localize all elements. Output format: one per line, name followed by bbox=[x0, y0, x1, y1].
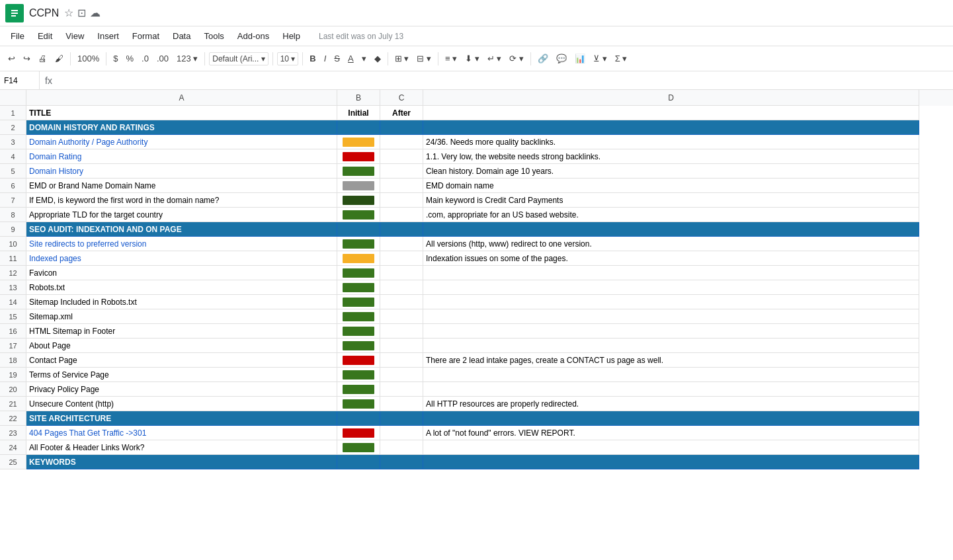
fill-color-btn[interactable]: ◆ bbox=[372, 52, 384, 65]
cell-a[interactable]: Domain Authority / Page Authority bbox=[26, 135, 337, 149]
cell-c[interactable] bbox=[380, 339, 423, 353]
menu-data[interactable]: Data bbox=[167, 30, 196, 42]
decimal-right-btn[interactable]: .00 bbox=[154, 52, 171, 65]
cell-b[interactable] bbox=[337, 440, 380, 455]
chart-btn[interactable]: 📊 bbox=[572, 52, 588, 65]
cell-c[interactable] bbox=[380, 397, 423, 411]
cell-a[interactable]: SITE ARCHITECTURE bbox=[26, 411, 337, 426]
decimal-left-btn[interactable]: .0 bbox=[139, 52, 151, 65]
cell-a[interactable]: Privacy Policy Page bbox=[26, 382, 337, 397]
cell-c[interactable] bbox=[380, 135, 423, 149]
cell-a[interactable]: KEYWORDS bbox=[26, 455, 337, 469]
cell-c[interactable] bbox=[380, 440, 423, 455]
text-color-btn[interactable]: ▾ bbox=[359, 52, 369, 65]
cell-c[interactable] bbox=[380, 411, 423, 426]
zoom-select[interactable]: 100% bbox=[75, 52, 102, 65]
cell-a[interactable]: Robots.txt bbox=[26, 280, 337, 295]
valign-btn[interactable]: ⬇ ▾ bbox=[462, 52, 482, 65]
cell-b[interactable] bbox=[337, 295, 380, 309]
col-header-b[interactable]: B bbox=[337, 90, 380, 106]
cell-c[interactable] bbox=[380, 455, 423, 469]
header-title[interactable]: TITLE bbox=[26, 106, 337, 120]
paint-btn[interactable]: 🖌 bbox=[52, 52, 66, 65]
cell-c[interactable] bbox=[380, 222, 423, 237]
cell-d[interactable]: .com, appropriate for an US based websit… bbox=[423, 208, 919, 222]
cell-d[interactable] bbox=[423, 440, 919, 455]
cell-d[interactable] bbox=[423, 222, 919, 237]
cell-a[interactable]: Indexed pages bbox=[26, 251, 337, 266]
cell-d[interactable] bbox=[423, 339, 919, 353]
cell-c[interactable] bbox=[380, 251, 423, 266]
filter-btn[interactable]: ⊻ ▾ bbox=[591, 52, 610, 65]
cell-reference[interactable]: F14 bbox=[0, 71, 40, 89]
menu-file[interactable]: File bbox=[5, 30, 30, 42]
cell-d[interactable] bbox=[423, 368, 919, 382]
cell-d[interactable]: EMD domain name bbox=[423, 179, 919, 193]
cell-b[interactable] bbox=[337, 222, 380, 237]
cell-b[interactable] bbox=[337, 339, 380, 353]
col-header-a[interactable]: A bbox=[26, 90, 337, 106]
cell-b[interactable] bbox=[337, 164, 380, 179]
cell-a[interactable]: 404 Pages That Get Traffic ->301 bbox=[26, 426, 337, 440]
undo-btn[interactable]: ↩ bbox=[5, 52, 18, 65]
cell-b[interactable] bbox=[337, 382, 380, 397]
cell-d[interactable]: A lot of "not found" errors. VIEW REPORT… bbox=[423, 426, 919, 440]
cell-d[interactable] bbox=[423, 266, 919, 280]
header-initial[interactable]: Initial bbox=[337, 106, 380, 120]
cell-b[interactable] bbox=[337, 353, 380, 368]
cell-b[interactable] bbox=[337, 280, 380, 295]
cell-b[interactable] bbox=[337, 368, 380, 382]
cell-b[interactable] bbox=[337, 149, 380, 164]
cell-a[interactable]: Sitemap Included in Robots.txt bbox=[26, 295, 337, 309]
cell-a[interactable]: Appropriate TLD for the target country bbox=[26, 208, 337, 222]
cell-a[interactable]: HTML Sitemap in Footer bbox=[26, 324, 337, 339]
cell-b[interactable] bbox=[337, 135, 380, 149]
cell-d[interactable]: 24/36. Needs more quality backlinks. bbox=[423, 135, 919, 149]
redo-btn[interactable]: ↪ bbox=[21, 52, 33, 65]
menu-insert[interactable]: Insert bbox=[92, 30, 124, 42]
cell-a[interactable]: Domain Rating bbox=[26, 149, 337, 164]
cell-b[interactable] bbox=[337, 411, 380, 426]
currency-btn[interactable]: $ bbox=[110, 52, 120, 65]
percent-btn[interactable]: % bbox=[123, 52, 136, 65]
rotate-btn[interactable]: ⟳ ▾ bbox=[507, 52, 526, 65]
strikethrough-btn[interactable]: S bbox=[331, 52, 343, 65]
font-size-select[interactable]: 10 ▾ bbox=[277, 52, 299, 65]
cell-c[interactable] bbox=[380, 266, 423, 280]
cell-c[interactable] bbox=[380, 208, 423, 222]
cell-c[interactable] bbox=[380, 164, 423, 179]
cell-b[interactable] bbox=[337, 193, 380, 208]
cell-a[interactable]: If EMD, is keyword the first word in the… bbox=[26, 193, 337, 208]
print-btn[interactable]: 🖨 bbox=[36, 52, 50, 65]
cell-d[interactable]: All versions (http, www) redirect to one… bbox=[423, 237, 919, 251]
cell-c[interactable] bbox=[380, 120, 423, 135]
cell-c[interactable] bbox=[380, 426, 423, 440]
cell-a[interactable]: Sitemap.xml bbox=[26, 309, 337, 324]
folder-icon[interactable]: ⊡ bbox=[77, 7, 86, 19]
cell-a[interactable]: Site redirects to preferred version bbox=[26, 237, 337, 251]
cell-a[interactable]: About Page bbox=[26, 339, 337, 353]
bold-btn[interactable]: B bbox=[307, 52, 318, 65]
cell-d[interactable]: 1.1. Very low, the website needs strong … bbox=[423, 149, 919, 164]
cell-b[interactable] bbox=[337, 251, 380, 266]
cloud-icon[interactable]: ☁ bbox=[90, 7, 101, 19]
menu-view[interactable]: View bbox=[60, 30, 89, 42]
wrap-btn[interactable]: ↵ ▾ bbox=[485, 52, 505, 65]
comment-btn[interactable]: 💬 bbox=[554, 52, 569, 65]
cell-b[interactable] bbox=[337, 266, 380, 280]
cell-c[interactable] bbox=[380, 179, 423, 193]
cell-c[interactable] bbox=[380, 193, 423, 208]
cell-a[interactable]: All Footer & Header Links Work? bbox=[26, 440, 337, 455]
align-btn[interactable]: ≡ ▾ bbox=[442, 52, 460, 65]
cell-b[interactable] bbox=[337, 120, 380, 135]
cell-c[interactable] bbox=[380, 368, 423, 382]
function-btn[interactable]: Σ ▾ bbox=[612, 52, 630, 65]
font-select[interactable]: Default (Ari... ▾ bbox=[209, 52, 268, 65]
cell-c[interactable] bbox=[380, 149, 423, 164]
menu-addons[interactable]: Add-ons bbox=[232, 30, 274, 42]
cell-a[interactable]: SEO AUDIT: INDEXATION AND ON PAGE bbox=[26, 222, 337, 237]
cell-b[interactable] bbox=[337, 426, 380, 440]
cell-b[interactable] bbox=[337, 397, 380, 411]
cell-d[interactable]: There are 2 lead intake pages, create a … bbox=[423, 353, 919, 368]
cell-a[interactable]: EMD or Brand Name Domain Name bbox=[26, 179, 337, 193]
